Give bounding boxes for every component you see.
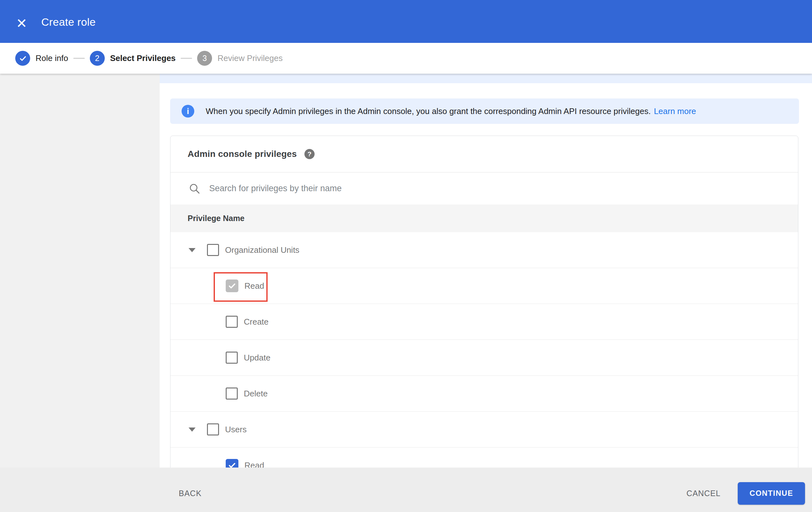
card-title: Admin console privileges bbox=[187, 149, 297, 159]
continue-button[interactable]: CONTINUE bbox=[738, 482, 805, 505]
privileges-card: Admin console privileges ? Privilege Nam… bbox=[170, 136, 799, 512]
checkbox-label: Create bbox=[244, 317, 268, 327]
checkbox-create[interactable] bbox=[226, 316, 238, 328]
checkbox-label: Read bbox=[244, 281, 264, 291]
close-icon: ✕ bbox=[16, 16, 27, 31]
checkbox-users[interactable] bbox=[207, 423, 219, 435]
step-number-circle: 3 bbox=[197, 51, 212, 66]
create-role-dialog: ✕ Create role Role info 2 Select Privile… bbox=[0, 0, 812, 512]
footer-bar: BACK CANCEL CONTINUE bbox=[0, 467, 812, 512]
learn-more-link[interactable]: Learn more bbox=[654, 106, 696, 116]
step-role-info[interactable]: Role info bbox=[15, 51, 68, 66]
help-icon[interactable]: ? bbox=[304, 149, 315, 159]
cancel-button[interactable]: CANCEL bbox=[687, 489, 721, 498]
row-ou-update: Update bbox=[171, 340, 798, 376]
step-label: Select Privileges bbox=[110, 53, 176, 63]
app-bar: ✕ Create role bbox=[0, 0, 812, 43]
search-icon bbox=[188, 182, 201, 195]
card-title-row: Admin console privileges ? bbox=[171, 136, 798, 172]
checkbox-label: Delete bbox=[244, 389, 268, 399]
app-bar-title: Create role bbox=[41, 15, 96, 28]
checkbox-label: Update bbox=[244, 353, 270, 363]
checkbox-organizational-units[interactable] bbox=[207, 244, 219, 256]
step-number-circle: 2 bbox=[90, 51, 105, 66]
column-header-privilege-name: Privilege Name bbox=[187, 214, 244, 223]
checkbox-label: Organizational Units bbox=[225, 245, 299, 255]
back-button[interactable]: BACK bbox=[179, 489, 202, 498]
step-complete-circle bbox=[15, 51, 30, 66]
content-area: i When you specify Admin privileges in t… bbox=[160, 74, 812, 512]
step-label: Review Privileges bbox=[218, 53, 283, 63]
expander-triangle-icon[interactable] bbox=[188, 428, 196, 432]
row-organizational-units: Organizational Units bbox=[171, 232, 798, 268]
table-header: Privilege Name bbox=[171, 205, 798, 232]
info-banner-text: When you specify Admin privileges in the… bbox=[206, 106, 651, 116]
stepper: Role info 2 Select Privileges 3 Review P… bbox=[0, 43, 812, 74]
close-button[interactable]: ✕ bbox=[10, 10, 33, 33]
left-sidebar bbox=[0, 74, 160, 512]
step-connector bbox=[181, 58, 192, 59]
checkbox-read-checked-disabled[interactable] bbox=[226, 279, 238, 292]
row-ou-read: Read bbox=[171, 268, 798, 304]
row-ou-create: Create bbox=[171, 304, 798, 340]
step-select-privileges[interactable]: 2 Select Privileges bbox=[90, 51, 176, 66]
info-icon: i bbox=[181, 105, 194, 117]
step-connector bbox=[73, 58, 85, 59]
search-input[interactable] bbox=[209, 184, 654, 193]
info-banner: i When you specify Admin privileges in t… bbox=[170, 99, 799, 124]
checkbox-label: Users bbox=[225, 425, 246, 434]
check-icon bbox=[227, 281, 237, 291]
search-row bbox=[171, 172, 798, 205]
step-label: Role info bbox=[35, 53, 68, 63]
row-users: Users bbox=[171, 412, 798, 448]
checkbox-delete[interactable] bbox=[226, 387, 238, 400]
expander-triangle-icon[interactable] bbox=[188, 248, 196, 252]
check-icon bbox=[19, 54, 27, 62]
step-review-privileges[interactable]: 3 Review Privileges bbox=[197, 51, 283, 66]
row-ou-delete: Delete bbox=[171, 376, 798, 412]
scrolled-banner-strip bbox=[160, 74, 812, 83]
checkbox-update[interactable] bbox=[226, 352, 238, 364]
